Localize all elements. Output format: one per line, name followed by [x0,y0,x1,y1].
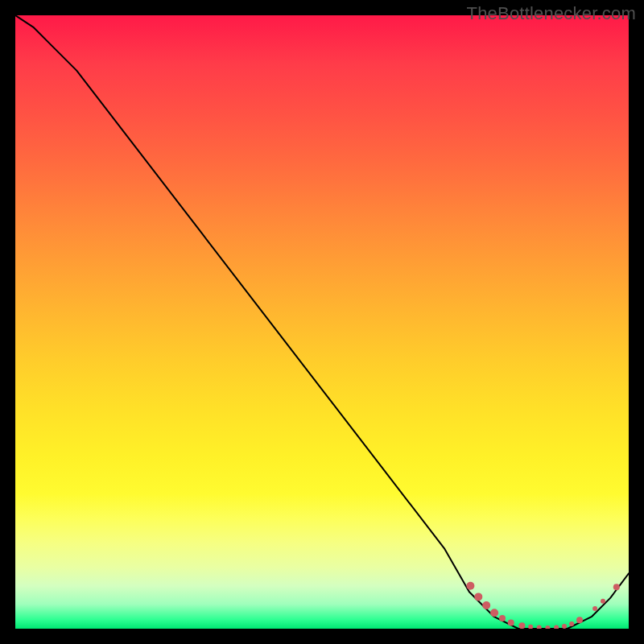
bottleneck-curve [15,15,629,629]
curve-layer [15,15,629,629]
marker-dot [569,621,574,626]
marker-dot [482,601,490,609]
marker-dot [613,584,620,590]
marker-dot [528,625,533,629]
marker-dot [545,625,550,629]
marker-dot [474,592,482,601]
marker-dot [592,606,597,611]
marker-dot [518,622,525,629]
marker-dot [490,609,498,617]
marker-dot-group [466,582,619,629]
marker-dot [554,625,559,630]
marker-dot [601,599,605,604]
marker-dot [466,582,474,590]
marker-dot [576,617,583,623]
watermark-text: TheBottlenecker.com [467,3,636,24]
plot-area [15,15,629,629]
marker-dot [499,615,506,621]
marker-dot [562,624,567,629]
marker-dot [537,625,542,630]
marker-dot [508,619,514,625]
chart-frame: TheBottlenecker.com [0,0,644,644]
